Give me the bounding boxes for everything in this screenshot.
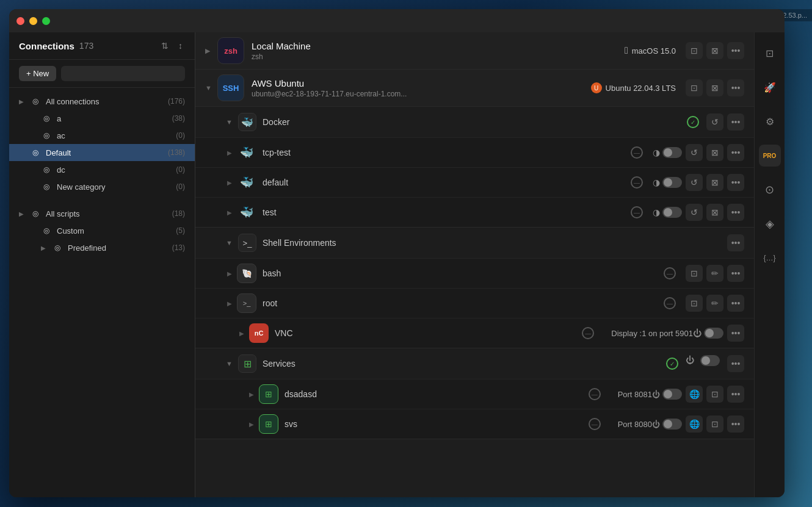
svs-toggle[interactable]: ⏻ [652, 419, 682, 430]
shell-env-more-btn[interactable]: ••• [727, 234, 744, 251]
default-docker-refresh[interactable]: ↺ [686, 174, 703, 191]
root-folder[interactable]: ⊡ [686, 295, 703, 312]
docker-refresh-btn[interactable]: ↺ [706, 113, 723, 131]
svs-globe[interactable]: 🌐 [686, 415, 703, 433]
svs-copy[interactable]: ⊡ [706, 415, 723, 433]
svs-status: — [589, 418, 601, 430]
rocket-sidebar-icon[interactable]: 🚀 [759, 76, 781, 98]
folder-button-lm[interactable]: ⊡ [686, 42, 703, 59]
sidebar-item-new-category[interactable]: ◎ New category (0) [9, 178, 195, 195]
sidebar-item-default[interactable]: ▶ ◎ Default (138) [9, 144, 195, 161]
maximize-button[interactable] [42, 17, 50, 25]
test-docker-expand[interactable]: ▶ [227, 209, 237, 216]
pro-sidebar-badge[interactable]: PRO [759, 145, 781, 167]
local-machine-expand[interactable]: ▶ [205, 47, 217, 55]
bash-expand[interactable]: ▶ [227, 270, 237, 277]
connections-title: Connections [19, 41, 74, 51]
docker-more-btn[interactable]: ••• [727, 113, 744, 131]
aws-ubuntu-expand[interactable]: ▼ [205, 84, 217, 92]
default-docker-more[interactable]: ••• [727, 174, 744, 191]
dsadasd-more[interactable]: ••• [727, 386, 744, 403]
tcp-test-toggle[interactable]: ◑ [653, 147, 682, 158]
search-input[interactable] [61, 66, 185, 81]
new-button[interactable]: + New [19, 66, 56, 81]
docker-expand[interactable]: ▼ [226, 118, 238, 126]
services-expand[interactable]: ▼ [226, 360, 238, 367]
discord-sidebar-icon[interactable]: ◈ [759, 213, 781, 235]
svs-icon: ⊞ [259, 414, 278, 434]
custom-label: Custom [57, 226, 176, 236]
test-docker-more[interactable]: ••• [727, 204, 744, 221]
a-label: a [57, 114, 172, 123]
dsadasd-toggle-track[interactable] [662, 389, 682, 400]
dsadasd-globe[interactable]: 🌐 [686, 386, 703, 403]
root-more[interactable]: ••• [727, 295, 744, 312]
tcp-test-terminal[interactable]: ⊠ [706, 144, 723, 161]
services-section-header[interactable]: ▼ ⊞ Services ✓ ⏻ ••• [195, 348, 754, 379]
root-edit[interactable]: ✏ [706, 295, 723, 312]
apple-icon:  [625, 45, 628, 56]
sidebar-item-all-scripts[interactable]: ▶ ◎ All scripts (18) [9, 205, 195, 222]
screen-button-aws[interactable]: ⊠ [706, 79, 723, 96]
services-more-btn[interactable]: ••• [727, 355, 744, 372]
svs-more[interactable]: ••• [727, 415, 744, 433]
bash-more[interactable]: ••• [727, 265, 744, 282]
tcp-test-expand[interactable]: ▶ [227, 149, 237, 156]
root-icon: >_ [237, 293, 256, 313]
screen-button-lm[interactable]: ⊠ [706, 42, 723, 59]
filter-icon[interactable]: ↕ [176, 40, 185, 52]
dsadasd-copy[interactable]: ⊡ [706, 386, 723, 403]
sidebar-item-predefined[interactable]: ▶ ◎ Predefined (13) [9, 239, 195, 256]
sidebar-item-dc[interactable]: ◎ dc (0) [9, 161, 195, 178]
vnc-more[interactable]: ••• [727, 325, 744, 342]
sort-icon[interactable]: ⇅ [159, 40, 171, 52]
ac-count: (0) [176, 131, 185, 140]
save-sidebar-icon[interactable]: ⊡ [759, 42, 781, 64]
aws-ubuntu-header[interactable]: ▼ SSH AWS Ubuntu ubuntu@ec2-18-193-71-11… [195, 70, 754, 106]
aws-ubuntu-name: AWS Ubuntu [252, 78, 591, 88]
vnc-expand[interactable]: ▶ [239, 330, 249, 337]
default-docker-terminal[interactable]: ⊠ [706, 174, 723, 191]
test-docker-refresh[interactable]: ↺ [686, 204, 703, 221]
more-button-lm[interactable]: ••• [727, 42, 744, 59]
sidebar-item-custom[interactable]: ◎ Custom (5) [9, 222, 195, 239]
close-button[interactable] [16, 17, 24, 25]
vnc-toggle-track[interactable] [704, 328, 723, 339]
shell-env-section-header[interactable]: ▼ >_ Shell Environments ••• [195, 227, 754, 258]
more-button-aws[interactable]: ••• [727, 79, 744, 96]
tcp-test-refresh[interactable]: ↺ [686, 144, 703, 161]
sidebar-item-a[interactable]: ◎ a (38) [9, 110, 195, 127]
root-expand[interactable]: ▶ [227, 300, 237, 307]
right-sidebar: ⊡ 🚀 ⚙ PRO ⊙ ◈ {…} [754, 32, 785, 497]
services-toggle[interactable] [700, 355, 720, 366]
svs-toggle-track[interactable] [662, 419, 682, 430]
bash-edit[interactable]: ✏ [706, 265, 723, 282]
services-status: ✓ [666, 358, 678, 370]
docker-section-header[interactable]: ▼ 🐳 Docker ✓ ↺ ••• [195, 106, 754, 137]
folder-button-aws[interactable]: ⊡ [686, 79, 703, 96]
default-docker-toggle[interactable]: ◑ [653, 177, 682, 188]
tcp-test-more[interactable]: ••• [727, 144, 744, 161]
predefined-icon: ◎ [52, 242, 63, 253]
local-machine-header[interactable]: ▶ zsh Local Machine zsh  macOS 15.0 ⊡ [195, 32, 754, 69]
test-docker-terminal[interactable]: ⊠ [706, 204, 723, 221]
toggle-track-2[interactable] [662, 177, 682, 188]
test-docker-toggle[interactable]: ◑ [653, 207, 682, 218]
github-sidebar-icon[interactable]: ⊙ [759, 179, 781, 201]
default-docker-expand[interactable]: ▶ [227, 179, 237, 186]
dc-count: (0) [176, 165, 185, 174]
vnc-toggle[interactable]: ⏻ [693, 328, 723, 339]
all-scripts-count: (18) [172, 209, 185, 218]
dsadasd-expand[interactable]: ▶ [249, 391, 259, 398]
settings-sidebar-icon[interactable]: ⚙ [759, 110, 781, 132]
svs-expand[interactable]: ▶ [249, 421, 259, 428]
toggle-track[interactable] [662, 147, 682, 158]
minimize-button[interactable] [29, 17, 37, 25]
dsadasd-toggle[interactable]: ⏻ [652, 389, 682, 400]
toggle-track-3[interactable] [662, 207, 682, 218]
shell-env-expand[interactable]: ▼ [226, 239, 238, 246]
bash-folder[interactable]: ⊡ [686, 265, 703, 282]
sidebar-item-all-connections[interactable]: ▶ ◎ All connections (176) [9, 93, 195, 110]
sidebar-item-ac[interactable]: ◎ ac (0) [9, 127, 195, 144]
code-sidebar-icon[interactable]: {…} [759, 247, 781, 269]
